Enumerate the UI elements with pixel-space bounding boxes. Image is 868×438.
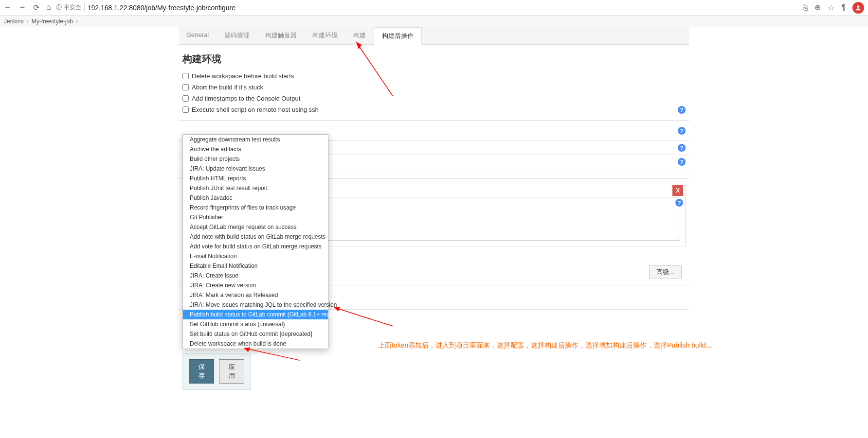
dropdown-option[interactable]: Editable Email Notification xyxy=(183,261,328,271)
chk-delete-ws[interactable] xyxy=(182,73,189,79)
help-icon[interactable]: ? xyxy=(678,127,686,135)
dropdown-option[interactable]: JIRA: Mark a version as Released xyxy=(183,290,328,300)
dropdown-option[interactable]: Publish build status to GitLab commit (G… xyxy=(183,310,328,319)
help-icon[interactable]: ? xyxy=(678,158,686,166)
dropdown-option[interactable]: Set build status on GitHub commit [depre… xyxy=(183,329,328,339)
dropdown-option[interactable]: Set GitHub commit status (universal) xyxy=(183,319,328,329)
help-icon[interactable]: ? xyxy=(678,106,686,114)
dropdown-option[interactable]: JIRA: Update relevant issues xyxy=(183,164,328,174)
chk-abort-stuck[interactable] xyxy=(182,84,189,90)
breadcrumb-root[interactable]: Jenkins xyxy=(4,18,24,25)
back-icon[interactable]: ← xyxy=(4,3,12,12)
dropdown-option[interactable]: Add note with build status on GitLab mer… xyxy=(183,232,328,242)
info-icon: ⓘ xyxy=(56,3,62,12)
chk-exec-shell-label: Execute shell script on remote host usin… xyxy=(192,106,319,113)
advanced-button[interactable]: 高级... xyxy=(649,265,682,279)
svg-line-5 xyxy=(244,348,300,360)
dropdown-option[interactable]: JIRA: Create new version xyxy=(183,280,328,290)
help-icon[interactable]: ? xyxy=(675,199,683,207)
dropdown-option[interactable]: Accept GitLab merge request on success xyxy=(183,222,328,232)
pilcrow-icon[interactable]: ¶ xyxy=(841,3,846,12)
translate-icon[interactable]: ⎘ xyxy=(803,3,808,12)
dropdown-option[interactable]: Aggregate downstream test results xyxy=(183,135,328,144)
close-icon[interactable]: X xyxy=(672,185,683,196)
bookmark-icon[interactable]: ☆ xyxy=(828,3,834,12)
help-icon[interactable]: ? xyxy=(678,144,686,152)
security-indicator[interactable]: ⓘ 不安全 xyxy=(56,3,85,12)
profile-avatar[interactable] xyxy=(852,2,864,14)
footer-buttons: 保存 应用 xyxy=(182,353,251,390)
address-url[interactable]: 192.168.1.22:8080/job/My-freestyle-job/c… xyxy=(88,4,235,12)
dropdown-option[interactable]: Git Publisher xyxy=(183,212,328,222)
tab-general[interactable]: General xyxy=(179,27,217,44)
breadcrumb-job[interactable]: My-freestyle-job xyxy=(32,18,73,25)
chk-timestamps-label: Add timestamps to the Console Output xyxy=(192,95,300,102)
config-tabs: General 源码管理 构建触发器 构建环境 构建 构建后操作 xyxy=(179,27,689,45)
browser-toolbar: ← → ⟳ ⌂ ⓘ 不安全 192.168.1.22:8080/job/My-f… xyxy=(0,0,868,16)
chk-delete-ws-label: Delete workspace before build starts xyxy=(192,72,294,80)
section-title-build-env: 构建环境 xyxy=(179,45,689,70)
dropdown-option[interactable]: Add vote for build status on GitLab merg… xyxy=(183,242,328,251)
tab-triggers[interactable]: 构建触发器 xyxy=(257,27,305,44)
dropdown-option[interactable]: Publish HTML reports xyxy=(183,174,328,183)
postbuild-actions-dropdown: Aggregate downstream test resultsArchive… xyxy=(182,134,328,349)
tab-env[interactable]: 构建环境 xyxy=(305,27,345,44)
dropdown-option[interactable]: Delete workspace when build is done xyxy=(183,339,328,349)
tab-scm[interactable]: 源码管理 xyxy=(217,27,257,44)
reload-icon[interactable]: ⟳ xyxy=(33,3,39,12)
apply-button[interactable]: 应用 xyxy=(219,359,244,384)
home-icon[interactable]: ⌂ xyxy=(46,3,51,12)
chk-exec-shell[interactable] xyxy=(182,106,189,113)
breadcrumb-sep: › xyxy=(27,18,29,25)
dropdown-option[interactable]: Record fingerprints of files to track us… xyxy=(183,203,328,212)
dropdown-option[interactable]: JIRA: Create issue xyxy=(183,271,328,280)
dropdown-option[interactable]: Archive the artifacts xyxy=(183,144,328,154)
zoom-icon[interactable]: ⊕ xyxy=(814,3,821,12)
dropdown-option[interactable]: JIRA: Move issues matching JQL to the sp… xyxy=(183,300,328,310)
dropdown-option[interactable]: Build other projects xyxy=(183,154,328,164)
security-label: 不安全 xyxy=(64,3,81,12)
forward-icon[interactable]: → xyxy=(18,3,26,12)
dropdown-option[interactable]: Publish Javadoc xyxy=(183,193,328,203)
dropdown-option[interactable]: E-mail Notification xyxy=(183,251,328,261)
breadcrumb: Jenkins › My-freestyle-job › xyxy=(0,16,868,27)
save-button[interactable]: 保存 xyxy=(189,359,214,384)
tab-build[interactable]: 构建 xyxy=(345,27,374,44)
dropdown-option[interactable]: Publish JUnit test result report xyxy=(183,183,328,193)
annotation-text: 上面token添加后，进入到项目里面来，选择配置，选择构建后操作，选择增加构建后… xyxy=(378,341,711,350)
svg-point-0 xyxy=(857,5,860,8)
breadcrumb-sep: › xyxy=(76,18,78,25)
tab-postbuild[interactable]: 构建后操作 xyxy=(374,27,422,45)
chk-abort-stuck-label: Abort the build if it's stuck xyxy=(192,84,263,91)
chk-timestamps[interactable] xyxy=(182,95,189,102)
